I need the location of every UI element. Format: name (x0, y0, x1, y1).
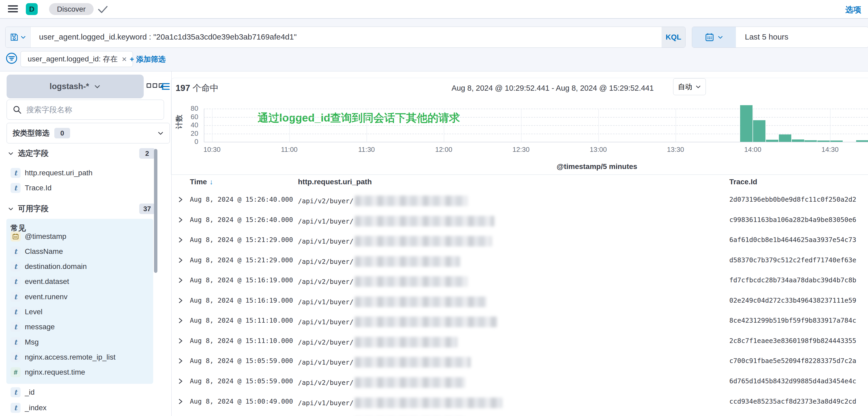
histogram-bar[interactable] (830, 140, 843, 142)
available-fields-header[interactable]: 可用字段 37 (0, 203, 172, 215)
selected-fields-header[interactable]: 选定字段 2 (0, 147, 172, 159)
field-name: nginx.access.remote_ip_list (25, 353, 116, 361)
interval-dropdown[interactable]: 自动 (673, 78, 706, 95)
text-field-icon: t (10, 183, 21, 193)
histogram-bar[interactable] (766, 140, 778, 142)
redacted-path-segment (354, 216, 494, 226)
expand-row-icon[interactable] (177, 317, 184, 324)
histogram-bar[interactable] (804, 140, 817, 142)
histogram-bar[interactable] (817, 140, 830, 142)
field-list-item[interactable]: @timestamp (0, 229, 148, 244)
index-pattern-selector[interactable]: logstash-* (7, 74, 144, 98)
expand-row-icon[interactable] (177, 257, 184, 264)
menu-icon[interactable] (8, 5, 18, 13)
row-uri-path: /api/v1/buyer/ (298, 296, 487, 307)
field-list-item[interactable]: tnginx.access.remote_ip_list (0, 350, 148, 364)
filter-icon[interactable] (6, 53, 18, 64)
redacted-path-segment (354, 296, 487, 307)
table-row: Aug 8, 2024 @ 15:00:49.000/api/v1/buyer/… (172, 391, 868, 412)
field-name: _id (25, 388, 35, 396)
row-uri-path: /api/v2/buyer/ (298, 196, 468, 206)
row-timestamp: Aug 8, 2024 @ 15:11:10.000 (190, 337, 293, 345)
table-row: Aug 8, 2024 @ 15:00:49.000/api/v2/buyer/ (172, 411, 868, 416)
row-uri-path: /api/v2/buyer/ (298, 377, 465, 388)
row-timestamp: Aug 8, 2024 @ 15:16:19.000 (190, 296, 293, 304)
histogram-bar[interactable] (856, 140, 868, 142)
field-list-item[interactable]: tdestination.domain (0, 259, 148, 274)
date-quick-select-button[interactable] (692, 27, 736, 47)
row-trace-id: 8ce4231299b519bf59f9b833917a784c (729, 317, 857, 324)
collapse-sidebar-icon[interactable] (160, 82, 170, 92)
filter-by-type-dropdown[interactable]: 按类型筛选 0 (7, 123, 170, 143)
time-range-value[interactable]: Last 5 hours (736, 27, 788, 47)
text-field-icon: t (10, 277, 21, 287)
expand-row-icon[interactable] (177, 378, 184, 385)
row-trace-id: 6d765d1d45b8432d99885d4ad3454e4c (729, 377, 857, 385)
field-list-item[interactable]: tMsg (0, 334, 148, 350)
table-row: Aug 8, 2024 @ 15:26:40.000/api/v1/buyer/… (172, 210, 868, 230)
filter-pill[interactable]: user_agent.logged_id: 存在 × (21, 51, 133, 67)
add-filter-button[interactable]: + 添加筛选 (130, 54, 165, 64)
expand-row-icon[interactable] (177, 338, 184, 344)
sidebar-scrollbar[interactable] (154, 149, 157, 273)
field-list-item[interactable]: tClassName (0, 244, 148, 259)
histogram-bar[interactable] (792, 139, 804, 142)
text-field-icon: t (10, 322, 21, 332)
index-pattern-label: logstash-* (50, 82, 89, 91)
row-timestamp: Aug 8, 2024 @ 15:05:59.000 (190, 357, 293, 364)
field-list-item[interactable]: t_id (0, 385, 148, 399)
redacted-path-segment (354, 276, 468, 287)
field-list-item[interactable]: tmessage (0, 320, 148, 334)
field-list-item[interactable]: #nginx.request.time (0, 365, 148, 380)
remove-filter-icon[interactable]: × (122, 55, 127, 63)
query-input[interactable]: user_agent.logged_id.keyword : "20a1c1d3… (31, 27, 661, 47)
kql-language-selector[interactable]: KQL (661, 27, 685, 47)
column-header-trace-id[interactable]: Trace.Id (729, 178, 757, 186)
row-uri-path: /api/v1/buyer/ (298, 236, 492, 247)
field-search-input[interactable] (26, 105, 164, 115)
options-link[interactable]: 选项 (845, 4, 861, 15)
filter-pill-label: user_agent.logged_id: 存在 (28, 54, 118, 64)
sort-descending-icon[interactable]: ↓ (210, 178, 213, 186)
expand-row-icon[interactable] (177, 196, 184, 203)
uri-path-prefix: /api/v2/buyer/ (298, 258, 353, 265)
histogram-bar[interactable] (779, 134, 791, 142)
column-header-uri-path[interactable]: http.request.uri_path (298, 178, 372, 186)
redacted-path-segment (354, 196, 468, 206)
field-list-item[interactable]: tevent.runenv (0, 289, 148, 304)
field-list-item[interactable]: t_index (0, 400, 148, 415)
chevron-down-icon (8, 151, 14, 156)
chevron-down-icon (717, 34, 723, 40)
field-list-item[interactable]: tLevel (0, 305, 148, 320)
chevron-down-icon (695, 84, 701, 90)
table-row: Aug 8, 2024 @ 15:05:59.000/api/v1/buyer/… (172, 351, 868, 371)
field-name: @timestamp (25, 232, 66, 241)
row-trace-id: c700c91fbae5e52094f82283375d7c2a (729, 357, 857, 364)
expand-row-icon[interactable] (177, 217, 184, 223)
row-trace-id: ccd934e85235acf8d2373e3a8d49c2cd (729, 397, 857, 405)
column-header-time[interactable]: Time↓ (190, 178, 213, 186)
field-list-item[interactable]: thttp.request.uri_path (0, 165, 148, 180)
histogram-bar[interactable] (753, 120, 766, 142)
hits-count: 197 个命中 (176, 82, 219, 94)
field-name: event.dataset (25, 277, 69, 286)
row-trace-id: 6af61d0cb8e1b4644625aa3937e54c73 (729, 236, 857, 244)
field-list-item[interactable]: tTrace.Id (0, 180, 148, 195)
redacted-path-segment (354, 317, 497, 327)
expand-row-icon[interactable] (177, 398, 184, 405)
row-timestamp: Aug 8, 2024 @ 15:21:29.000 (190, 256, 293, 264)
calendar-icon (705, 32, 714, 42)
space-avatar[interactable]: D (26, 3, 38, 15)
discover-app-button[interactable]: Discover (49, 3, 94, 15)
histogram-bar[interactable] (740, 105, 752, 142)
saved-query-menu-button[interactable] (5, 27, 31, 47)
uri-path-prefix: /api/v2/buyer/ (298, 339, 353, 346)
expand-row-icon[interactable] (177, 297, 184, 304)
row-uri-path: /api/v1/buyer/ (298, 216, 494, 226)
field-list-item[interactable]: tevent.dataset (0, 274, 148, 289)
top-navigation-bar: D Discover 选项 (0, 0, 868, 19)
fields-sidebar: logstash-* 按类型筛选 0 (0, 71, 172, 416)
expand-row-icon[interactable] (177, 357, 184, 364)
expand-row-icon[interactable] (177, 236, 184, 243)
expand-row-icon[interactable] (177, 277, 184, 284)
